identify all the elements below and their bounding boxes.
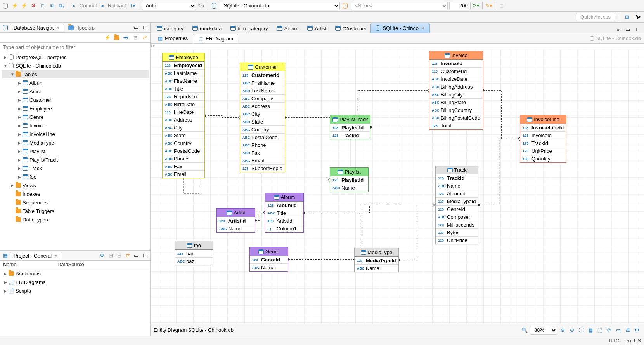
entity-column[interactable]: ABCState bbox=[163, 131, 204, 139]
refresh-icon[interactable]: ⟳▾ bbox=[472, 2, 480, 10]
entity-playlisttrack[interactable]: PlaylistTrack123PlaylistId123TrackId bbox=[330, 115, 370, 139]
entity-column[interactable]: ABCBillingAddress bbox=[429, 83, 483, 91]
entity-column[interactable]: ABCName bbox=[355, 264, 398, 272]
maximize-icon[interactable]: □ bbox=[141, 252, 149, 260]
expand-icon[interactable]: ⊞ bbox=[115, 252, 123, 260]
tree-item-foo[interactable]: ▶foo bbox=[2, 172, 149, 181]
tree-arrow-icon[interactable]: ▶ bbox=[17, 158, 22, 162]
er-diagram-canvas[interactable]: Employee123EmployeeIdABCLastNameABCFirst… bbox=[151, 49, 644, 324]
transaction-mode-icon[interactable]: T▾ bbox=[129, 2, 137, 10]
commit-label[interactable]: Commit bbox=[80, 3, 97, 9]
maximize-icon[interactable]: □ bbox=[141, 24, 149, 31]
tree-item-table-triggers[interactable]: Table Triggers bbox=[2, 207, 149, 215]
entity-column[interactable]: 123Milliseconds bbox=[436, 221, 478, 228]
minimize-icon[interactable]: ▭ bbox=[132, 24, 140, 31]
history-icon[interactable]: ↻▾ bbox=[197, 2, 205, 10]
entity-header[interactable]: Album bbox=[265, 193, 303, 202]
overflow-indicator[interactable]: »₅ bbox=[617, 26, 621, 32]
tree-item-customer[interactable]: ▶Customer bbox=[2, 96, 149, 104]
entity-column[interactable]: 123Total bbox=[429, 122, 483, 129]
nav-tab-database[interactable]: Database Navigat ✕ bbox=[10, 24, 64, 31]
entity-column[interactable]: ABCAddress bbox=[163, 116, 204, 124]
entity-column[interactable]: ABCName bbox=[330, 184, 368, 192]
entity-invoice[interactable]: Invoice123InvoiceId123CustomerIdABCInvoi… bbox=[429, 51, 483, 130]
tree-item-postgresql-postgres[interactable]: ▶PostgreSQL - postgres bbox=[2, 53, 149, 61]
editor-tab-mockdata[interactable]: mockdata bbox=[188, 23, 226, 33]
entity-header[interactable]: MediaType bbox=[355, 248, 398, 257]
entity-column[interactable]: ABCPostalCode bbox=[163, 147, 204, 155]
collapse-icon[interactable]: ⊟ bbox=[107, 252, 114, 260]
zoom-in-icon[interactable]: ⊕ bbox=[559, 326, 566, 334]
marker-icon[interactable]: ✎▾ bbox=[485, 2, 493, 10]
editor-tab-category[interactable]: category bbox=[152, 23, 188, 33]
rollback-label[interactable]: Rollback bbox=[108, 3, 127, 9]
entity-foo[interactable]: foo123barABCbaz bbox=[175, 241, 213, 265]
entity-header[interactable]: Track bbox=[436, 166, 478, 174]
project-tab[interactable]: Project - General ✕ bbox=[10, 252, 62, 260]
entity-column[interactable]: 123InvoiceLineId bbox=[520, 124, 566, 131]
tree-arrow-icon[interactable]: ▶ bbox=[17, 106, 22, 111]
entity-column[interactable]: ABCCity bbox=[163, 124, 204, 131]
tree-arrow-icon[interactable]: ▶ bbox=[17, 98, 22, 102]
entity-column[interactable]: ABCEmail bbox=[240, 157, 285, 164]
nav-tab-projects[interactable]: Проекты bbox=[65, 24, 99, 31]
entity-column[interactable]: ABCBillingPostalCode bbox=[429, 114, 483, 122]
entity-header[interactable]: InvoiceLine bbox=[520, 115, 566, 124]
entity-column[interactable]: 123bar bbox=[175, 250, 213, 257]
entity-column[interactable]: ABCName bbox=[250, 263, 288, 271]
entity-header[interactable]: PlaylistTrack bbox=[330, 115, 370, 124]
tree-item-invoice[interactable]: ▶Invoice bbox=[2, 121, 149, 130]
editor-tab-customer[interactable]: *Customer bbox=[331, 23, 370, 33]
entity-column[interactable]: ABCPhone bbox=[240, 141, 285, 149]
nav-filter-input[interactable] bbox=[0, 43, 150, 52]
close-icon[interactable]: ✕ bbox=[53, 253, 59, 258]
entity-column[interactable]: ABCFirstName bbox=[240, 79, 285, 87]
entity-column[interactable]: 123HireDate bbox=[163, 108, 204, 116]
entity-track[interactable]: Track123TrackIdABCName123AlbumId123Media… bbox=[435, 166, 478, 244]
quick-access-button[interactable]: Quick Access bbox=[576, 13, 615, 21]
entity-column[interactable]: ABCComposer bbox=[436, 213, 478, 221]
entity-column[interactable]: 123ArtistId bbox=[217, 217, 255, 225]
connect-icon[interactable]: ⚡ bbox=[20, 2, 28, 10]
new-connection-icon[interactable]: ⚡ bbox=[11, 2, 19, 10]
editor-tab-album[interactable]: Album bbox=[272, 23, 303, 33]
entity-header[interactable]: Customer bbox=[240, 63, 285, 71]
tree-item-playlisttrack[interactable]: ▶PlaylistTrack bbox=[2, 155, 149, 164]
perspective-icon[interactable]: ⊞ bbox=[623, 13, 631, 21]
entity-header[interactable]: Genre bbox=[250, 247, 288, 256]
project-item-scripts[interactable]: ▶📄Scripts bbox=[2, 286, 149, 295]
tree-arrow-icon[interactable]: ▶ bbox=[3, 55, 8, 59]
new-folder-icon[interactable] bbox=[113, 34, 121, 42]
entity-employee[interactable]: Employee123EmployeeIdABCLastNameABCFirst… bbox=[162, 53, 205, 178]
stop-icon[interactable]: ◻ bbox=[498, 2, 506, 10]
entity-header[interactable]: Employee bbox=[163, 53, 204, 62]
tree-arrow-icon[interactable]: ▶ bbox=[17, 166, 22, 171]
zoom-select[interactable]: 88% bbox=[530, 326, 557, 335]
entity-column[interactable]: 123GenreId bbox=[436, 205, 478, 213]
project-item-er-diagrams[interactable]: ▶⬚ER Diagrams bbox=[2, 278, 149, 286]
tree-arrow-icon[interactable]: ▶ bbox=[17, 141, 22, 145]
minimize-icon[interactable]: ▭ bbox=[624, 25, 632, 33]
tree-item-artist[interactable]: ▶Artist bbox=[2, 87, 149, 96]
tree-item-employee[interactable]: ▶Employee bbox=[2, 104, 149, 113]
commit-icon[interactable]: ▸ bbox=[70, 2, 78, 10]
entity-header[interactable]: Invoice bbox=[429, 51, 483, 60]
entity-column[interactable]: ABCAddress bbox=[240, 102, 285, 110]
disconnect-icon[interactable]: ✖ bbox=[29, 2, 37, 10]
tree-arrow-icon[interactable]: ▶ bbox=[3, 272, 8, 276]
entity-column[interactable]: 123TrackId bbox=[520, 139, 566, 147]
config-icon[interactable]: ≡▾ bbox=[122, 34, 130, 42]
entity-column[interactable]: ABCbaz bbox=[175, 257, 213, 265]
rollback-icon[interactable]: ◂ bbox=[99, 2, 106, 10]
tree-item-views[interactable]: ▶Views bbox=[2, 181, 149, 190]
entity-column[interactable]: 123ArtistId bbox=[265, 217, 303, 225]
sub-tab-properties[interactable]: ▦Properties bbox=[152, 34, 193, 43]
tree-arrow-icon[interactable]: ▶ bbox=[3, 280, 8, 284]
entity-column[interactable]: ABCEmail bbox=[163, 170, 204, 178]
entity-column[interactable]: 123GenreId bbox=[250, 256, 288, 263]
collapse-icon[interactable]: ⊟ bbox=[132, 34, 139, 42]
tree-arrow-icon[interactable]: ▶ bbox=[17, 124, 22, 128]
rowlimit-input[interactable] bbox=[449, 2, 471, 10]
editor-tab-artist[interactable]: Artist bbox=[303, 23, 331, 33]
entity-column[interactable]: 123ReportsTo bbox=[163, 92, 204, 100]
